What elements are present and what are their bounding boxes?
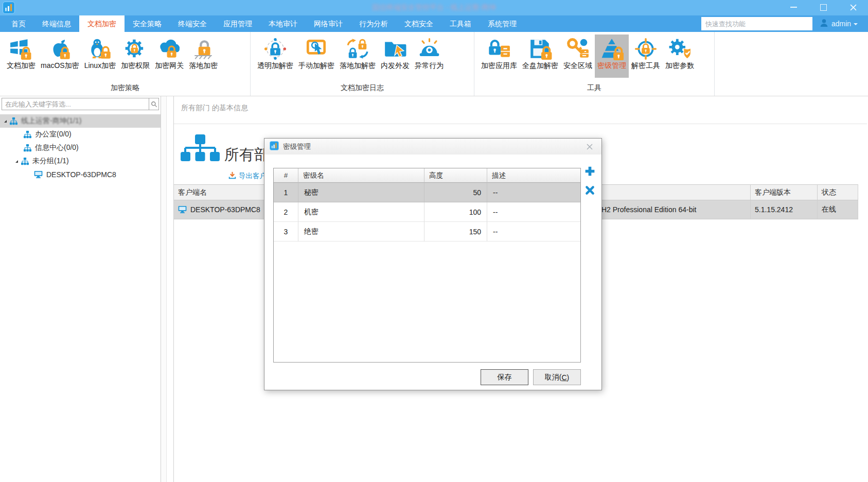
tree-item-desktop-63dpmc8[interactable]: DESKTOP-63DPMC8 xyxy=(0,168,161,181)
ribbon-item-landing-codec[interactable]: 落地加解密 xyxy=(337,35,378,78)
ribbon-item-secret-level-mgmt[interactable]: 密级管理 xyxy=(595,35,629,78)
level-cell: -- xyxy=(487,222,580,242)
ribbon-item-fulldisk-codec[interactable]: 全盘加解密 xyxy=(520,35,561,78)
client-cell-text: 5.1.15.2412 xyxy=(755,205,793,214)
level-row-2[interactable]: 2机密100-- xyxy=(274,202,580,222)
tree-item-root-group[interactable]: 线上运营-商坤(1/1) xyxy=(0,114,161,128)
save-button[interactable]: 保存 xyxy=(481,369,528,385)
level-table-header-3: 高度 xyxy=(424,168,487,183)
computer-icon xyxy=(34,170,43,179)
tab-toolbox[interactable]: 工具箱 xyxy=(441,15,480,32)
main-menu-bar: 首页终端信息文档加密安全策略终端安全应用管理本地审计网络审计行为分析文档安全工具… xyxy=(0,15,868,32)
window-close-button[interactable] xyxy=(844,0,862,14)
download-icon xyxy=(228,171,236,181)
user-name: admin xyxy=(831,20,851,28)
level-cell: -- xyxy=(487,183,580,202)
client-cell: 5.1.15.2412 xyxy=(751,200,818,219)
ribbon-item-security-zone[interactable]: 安全区域 xyxy=(561,35,595,78)
cancel-button-label: 取消( xyxy=(545,373,562,382)
plus-icon xyxy=(583,165,596,178)
search-icon xyxy=(151,101,157,108)
tree-expander-icon[interactable] xyxy=(4,120,7,123)
org-group-icon xyxy=(24,131,31,139)
tab-terminal-info[interactable]: 终端信息 xyxy=(34,15,79,32)
window-minimize-button[interactable] xyxy=(784,0,803,14)
tab-network-audit[interactable]: 网络审计 xyxy=(306,15,351,32)
tab-doc-security[interactable]: 文档安全 xyxy=(396,15,441,32)
tree-filter-search-button[interactable] xyxy=(149,98,159,110)
ribbon-item-linux-encrypt[interactable]: Linux加密 xyxy=(82,35,118,78)
ground-lock-icon xyxy=(191,38,215,60)
cancel-button[interactable]: 取消(C) xyxy=(533,369,581,385)
add-level-button[interactable] xyxy=(583,164,596,178)
tree-item-office[interactable]: 办公室(0/0) xyxy=(0,128,161,141)
window-titlebar[interactable]: 固信终端安全管控平台 - 线上运营-商坤 xyxy=(0,0,868,15)
ribbon-item-label: 密级管理 xyxy=(597,61,626,71)
secret-level-dialog: 密级管理 #密级名高度描述1秘密50--2机密100--3绝密150-- 保存 … xyxy=(264,138,602,390)
tab-app-management[interactable]: 应用管理 xyxy=(215,15,260,32)
ribbon-item-macos-encrypt[interactable]: macOS加密 xyxy=(38,35,82,78)
level-cell: 绝密 xyxy=(298,222,424,242)
computer-icon xyxy=(178,205,187,214)
tree-expander-icon[interactable] xyxy=(15,160,18,163)
tree-item-info-center[interactable]: 信息中心(0/0) xyxy=(0,141,161,154)
level-cell: 机密 xyxy=(298,202,424,222)
alarm-icon xyxy=(417,38,441,60)
level-cell: 3 xyxy=(274,222,298,242)
ribbon-item-landing-encrypt[interactable]: 落地加密 xyxy=(186,35,220,78)
delete-level-button[interactable] xyxy=(583,183,596,197)
application-window: 固信终端安全管控平台 - 线上运营-商坤 首页终端信息文档加密安全策略终端安全应… xyxy=(0,0,868,482)
lock-drawer-icon xyxy=(487,38,511,60)
ribbon-item-label: 安全区域 xyxy=(563,61,592,71)
ribbon-group-label: 工具 xyxy=(474,83,714,96)
ribbon-item-transparent-codec[interactable]: 透明加解密 xyxy=(255,35,296,78)
ribbon-item-manual-codec[interactable]: 手动加解密 xyxy=(296,35,337,78)
linux-lock-icon xyxy=(88,38,112,60)
ribbon-item-inout-send[interactable]: 内发外发 xyxy=(378,35,412,78)
dialog-app-icon xyxy=(270,141,279,152)
ribbon-empty-area xyxy=(715,32,868,96)
tab-behavior-analysis[interactable]: 行为分析 xyxy=(351,15,396,32)
ribbon-group-2: 透明加解密手动加解密落地加解密内发外发异常行为文档加密日志 xyxy=(251,32,474,96)
clients-table-header-4[interactable]: 客户端版本 xyxy=(751,184,818,200)
user-menu[interactable]: admin xyxy=(819,15,858,32)
sidebar-scrollbar[interactable] xyxy=(161,96,167,482)
level-cell: -- xyxy=(487,202,580,222)
ribbon-group-3: 加密应用库全盘加解密安全区域密级管理解密工具加密参数工具 xyxy=(474,32,715,96)
user-icon xyxy=(819,18,829,29)
ribbon-item-encrypt-app-lib[interactable]: 加密应用库 xyxy=(479,35,520,78)
gear-shield-icon xyxy=(668,38,692,60)
ribbon-item-encrypt-gateway[interactable]: 加密网关 xyxy=(152,35,186,78)
tab-local-audit[interactable]: 本地审计 xyxy=(260,15,306,32)
dialog-titlebar[interactable]: 密级管理 xyxy=(264,139,601,154)
level-table-header-4: 描述 xyxy=(487,168,580,183)
tab-system-management[interactable]: 系统管理 xyxy=(480,15,525,32)
ribbon-item-label: 解密工具 xyxy=(631,61,660,71)
level-cell: 1 xyxy=(274,183,298,202)
tab-terminal-security[interactable]: 终端安全 xyxy=(170,15,215,32)
level-row-1[interactable]: 1秘密50-- xyxy=(274,183,580,202)
tree-filter-input[interactable] xyxy=(2,98,149,110)
dialog-close-button[interactable] xyxy=(583,140,596,153)
close-icon xyxy=(850,4,857,11)
tree-item-ungrouped[interactable]: 未分组(1/1) xyxy=(0,154,161,168)
ribbon-item-label: Linux加密 xyxy=(84,61,116,71)
tab-home[interactable]: 首页 xyxy=(3,15,34,32)
clients-table-header-5[interactable]: 状态 xyxy=(818,184,858,200)
delete-cross-icon xyxy=(584,185,595,196)
ribbon-item-encrypt-permission[interactable]: 加密权限 xyxy=(118,35,152,78)
ribbon-item-encrypt-params[interactable]: 加密参数 xyxy=(663,35,697,78)
ribbon-item-abnormal-behavior[interactable]: 异常行为 xyxy=(412,35,446,78)
window-maximize-button[interactable] xyxy=(814,0,832,14)
window-title: 固信终端安全管控平台 - 线上运营-商坤 xyxy=(0,3,868,12)
ribbon-group-label: 文档加密日志 xyxy=(251,83,474,96)
ribbon-item-decrypt-tool[interactable]: 解密工具 xyxy=(629,35,663,78)
quick-search-input[interactable] xyxy=(701,17,812,30)
clients-table-header-3[interactable] xyxy=(597,184,751,200)
tab-security-policy[interactable]: 安全策略 xyxy=(125,15,170,32)
tab-doc-encryption[interactable]: 文档加密 xyxy=(79,15,125,32)
ribbon-item-doc-encrypt[interactable]: 文档加密 xyxy=(4,35,38,78)
tree-item-label: 未分组(1/1) xyxy=(32,157,69,166)
ribbon-group-label: 加密策略 xyxy=(0,83,250,96)
level-row-3[interactable]: 3绝密150-- xyxy=(274,222,580,242)
